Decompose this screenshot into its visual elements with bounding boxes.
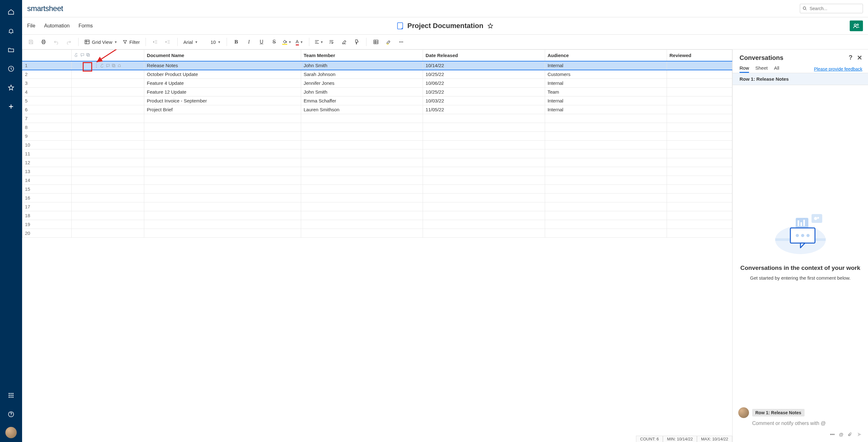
row-number[interactable]: 19 xyxy=(23,220,72,229)
cell[interactable]: Internal xyxy=(545,79,666,88)
cell[interactable]: Internal xyxy=(545,61,666,70)
view-selector[interactable]: Grid View ▼ xyxy=(82,39,119,45)
add-icon[interactable] xyxy=(5,100,18,113)
apps-icon[interactable] xyxy=(5,389,18,402)
cell[interactable]: Product Invoice - September xyxy=(144,97,301,105)
row-number[interactable]: 20 xyxy=(23,229,72,238)
close-icon[interactable]: ✕ xyxy=(857,54,862,62)
table-row[interactable]: 19 xyxy=(23,220,732,229)
cell[interactable] xyxy=(667,61,732,70)
cell[interactable]: Emma Schaffer xyxy=(301,97,423,105)
col-header[interactable]: Team Member xyxy=(301,50,423,61)
folder-icon[interactable] xyxy=(5,43,18,56)
attach-icon[interactable] xyxy=(848,432,852,437)
row-number[interactable]: 4 xyxy=(23,88,72,97)
row-number[interactable]: 7 xyxy=(23,114,72,123)
send-icon[interactable] xyxy=(857,432,862,437)
col-header[interactable]: Reviewed xyxy=(667,50,732,61)
table-row[interactable]: 16 xyxy=(23,194,732,202)
feedback-link[interactable]: Please provide feedback xyxy=(814,67,862,72)
row-number[interactable]: 5 xyxy=(23,97,72,105)
search-input[interactable] xyxy=(800,4,863,13)
row-number[interactable]: 16 xyxy=(23,194,72,202)
table-row[interactable]: 9 xyxy=(23,132,732,141)
outdent-icon[interactable] xyxy=(150,36,161,47)
comment-input[interactable]: Comment or notify others with @ xyxy=(752,420,862,426)
cell[interactable] xyxy=(667,70,732,79)
cell[interactable]: Release Notes xyxy=(144,61,301,70)
tab-sheet[interactable]: Sheet xyxy=(755,65,768,72)
table-row[interactable]: 3 Feature 4 Update Jennifer Jones 10/06/… xyxy=(23,79,732,88)
font-color-icon[interactable]: A▼ xyxy=(294,36,305,47)
table-row[interactable]: 2 October Product Update Sarah Johnson 1… xyxy=(23,70,732,79)
strikethrough-icon[interactable]: S xyxy=(269,36,280,47)
conditional-format-icon[interactable] xyxy=(370,36,382,47)
cell[interactable]: October Product Update xyxy=(144,70,301,79)
table-row[interactable]: 17 xyxy=(23,202,732,211)
table-row[interactable]: 1 ⋮ Release Notes John Smith 10/14/22 In… xyxy=(23,61,732,70)
help-icon[interactable] xyxy=(5,408,18,420)
highlight-icon[interactable] xyxy=(383,36,394,47)
row-number[interactable]: 9 xyxy=(23,132,72,141)
cell[interactable]: Project Brief xyxy=(144,105,301,114)
cell[interactable]: Feature 4 Update xyxy=(144,79,301,88)
align-icon[interactable]: ▼ xyxy=(313,36,324,47)
tab-all[interactable]: All xyxy=(774,65,779,72)
cell[interactable] xyxy=(667,79,732,88)
cell[interactable]: Sarah Johnson xyxy=(301,70,423,79)
sheet-grid[interactable]: Document Name Team Member Date Released … xyxy=(22,49,732,442)
undo-icon[interactable] xyxy=(51,36,62,47)
cell[interactable]: Internal xyxy=(545,97,666,105)
filter-button[interactable]: Filter xyxy=(121,39,142,45)
row-number[interactable]: 12 xyxy=(23,158,72,167)
recents-icon[interactable] xyxy=(5,62,18,75)
row-number[interactable]: 1 xyxy=(23,61,72,70)
cell[interactable]: Internal xyxy=(545,105,666,114)
user-avatar[interactable] xyxy=(5,427,17,438)
cell[interactable]: 10/25/22 xyxy=(423,88,545,97)
cell[interactable]: 10/03/22 xyxy=(423,97,545,105)
cell[interactable]: John Smith xyxy=(301,61,423,70)
col-header[interactable]: Date Released xyxy=(423,50,545,61)
table-row[interactable]: 20 xyxy=(23,229,732,238)
tab-row[interactable]: Row xyxy=(740,65,749,72)
format-painter-icon[interactable] xyxy=(351,36,362,47)
table-row[interactable]: 10 xyxy=(23,141,732,149)
underline-icon[interactable]: U xyxy=(256,36,267,47)
col-header[interactable]: Audience xyxy=(545,50,666,61)
home-icon[interactable] xyxy=(5,6,18,18)
redo-icon[interactable] xyxy=(63,36,74,47)
table-row[interactable]: 15 xyxy=(23,185,732,194)
table-row[interactable]: 5 Product Invoice - September Emma Schaf… xyxy=(23,97,732,105)
print-icon[interactable] xyxy=(38,36,49,47)
row-number[interactable]: 13 xyxy=(23,167,72,176)
save-icon[interactable] xyxy=(25,36,37,47)
table-row[interactable]: 4 Feature 12 Update John Smith 10/25/22 … xyxy=(23,88,732,97)
row-action-icons[interactable]: ⋮ xyxy=(74,63,142,68)
cell[interactable] xyxy=(667,88,732,97)
comment-more-icon[interactable]: ••• xyxy=(830,432,835,437)
row-number[interactable]: 2 xyxy=(23,70,72,79)
menu-file[interactable]: File xyxy=(27,23,35,29)
cell[interactable] xyxy=(667,105,732,114)
col-header[interactable]: Document Name xyxy=(144,50,301,61)
table-row[interactable]: 14 xyxy=(23,176,732,185)
row-number[interactable]: 14 xyxy=(23,176,72,185)
cell[interactable]: 10/25/22 xyxy=(423,70,545,79)
row-number[interactable]: 15 xyxy=(23,185,72,194)
row-number[interactable]: 18 xyxy=(23,211,72,220)
clear-format-icon[interactable] xyxy=(338,36,350,47)
mention-icon[interactable]: @ xyxy=(839,432,843,437)
cell[interactable]: Customers xyxy=(545,70,666,79)
favorites-icon[interactable] xyxy=(5,81,18,94)
cell[interactable]: 10/14/22 xyxy=(423,61,545,70)
table-row[interactable]: 13 xyxy=(23,167,732,176)
row-number[interactable]: 6 xyxy=(23,105,72,114)
cell[interactable]: Team xyxy=(545,88,666,97)
table-row[interactable]: 11 xyxy=(23,149,732,158)
favorite-star-icon[interactable] xyxy=(487,23,493,29)
cell[interactable]: 10/06/22 xyxy=(423,79,545,88)
row-number[interactable]: 3 xyxy=(23,79,72,88)
share-button[interactable] xyxy=(850,21,863,31)
help-icon[interactable]: ? xyxy=(849,54,852,62)
